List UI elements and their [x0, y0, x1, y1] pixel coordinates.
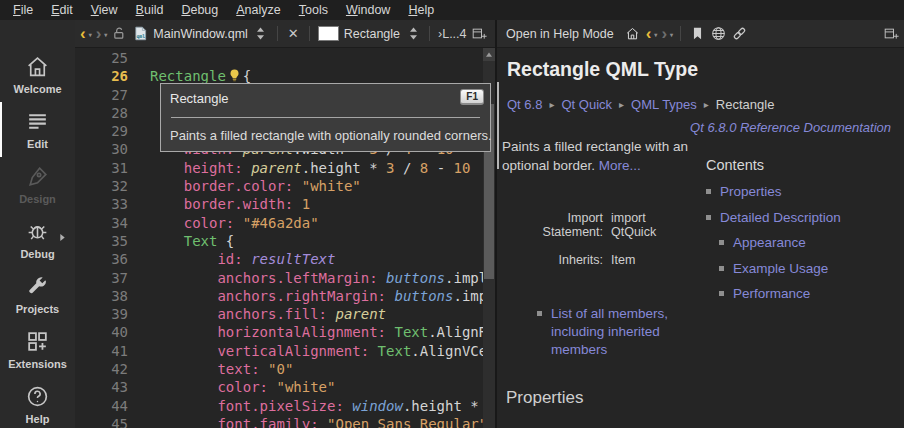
- open-in-help-mode-button[interactable]: Open in Help Mode: [506, 27, 614, 41]
- code-line[interactable]: 38 anchors.rightMargin: buttons.implicit…: [75, 287, 495, 305]
- forward-history-dropdown-icon[interactable]: ▾: [104, 27, 107, 43]
- help-back-button[interactable]: ‹▾: [646, 26, 657, 42]
- code-line[interactable]: 45 font.family: "Open Sans Regular": [75, 415, 495, 428]
- sidebar-item-design[interactable]: Design: [0, 164, 75, 207]
- reference-doc-label: Qt 6.8.0 Reference Documentation: [690, 120, 891, 135]
- scrollbar-up-arrow-icon[interactable]: [483, 48, 495, 61]
- split-help-icon[interactable]: [883, 26, 899, 42]
- sidebar-item-debug[interactable]: Debug: [0, 219, 75, 262]
- breadcrumb-qt-quick[interactable]: Qt Quick: [561, 97, 612, 112]
- breadcrumb-separator-icon: ▸: [619, 99, 624, 110]
- contents-link-appearance[interactable]: Appearance: [733, 234, 806, 251]
- document-dropdown-icon[interactable]: [253, 26, 269, 42]
- globe-icon[interactable]: [710, 26, 726, 42]
- open-document-selector[interactable]: MainWindow.qml: [153, 27, 247, 41]
- extensions-icon: [25, 329, 50, 354]
- line-number[interactable]: 27: [75, 86, 128, 104]
- line-number[interactable]: 32: [75, 177, 128, 195]
- menu-item-help[interactable]: Help: [399, 0, 443, 20]
- all-members-link[interactable]: List of all members, including inherited…: [551, 305, 712, 359]
- line-number[interactable]: 39: [75, 305, 128, 323]
- line-number[interactable]: 41: [75, 342, 128, 360]
- breadcrumb-qt-6-8[interactable]: Qt 6.8: [507, 97, 542, 112]
- bookmark-icon[interactable]: [689, 26, 705, 42]
- forward-navigation-button[interactable]: ›▾: [96, 26, 107, 42]
- menu-item-debug[interactable]: Debug: [172, 0, 227, 20]
- line-number[interactable]: 44: [75, 397, 128, 415]
- link-icon[interactable]: [731, 26, 747, 42]
- line-number[interactable]: 25: [75, 49, 128, 67]
- contents-link-properties[interactable]: Properties: [720, 183, 782, 200]
- line-number[interactable]: 30: [75, 140, 128, 158]
- help-back-dropdown-icon[interactable]: ▾: [654, 27, 657, 43]
- import-table: Import Statement:import QtQuickInherits:…: [537, 211, 675, 267]
- symbol-selector[interactable]: Rectangle: [344, 27, 400, 41]
- close-document-button[interactable]: ✕: [286, 26, 301, 41]
- code-line[interactable]: 44 font.pixelSize: window.height * 3: [75, 397, 495, 415]
- code-line[interactable]: 31 height: parent.height * 3 / 8 - 10: [75, 159, 495, 177]
- code-line[interactable]: 43 color: "white": [75, 378, 495, 396]
- menu-item-analyze[interactable]: Analyze: [227, 0, 289, 20]
- split-editor-icon[interactable]: [472, 26, 488, 42]
- line-number[interactable]: 28: [75, 104, 128, 122]
- help-viewer: Rectangle QML Type Qt 6.8▸Qt Quick▸QML T…: [497, 48, 904, 428]
- line-number[interactable]: 29: [75, 122, 128, 140]
- code-line[interactable]: 39 anchors.fill: parent: [75, 305, 495, 323]
- help-focus-line: [497, 82, 499, 169]
- help-forward-button[interactable]: ›▾: [661, 26, 672, 42]
- contents-link-example-usage[interactable]: Example Usage: [733, 260, 828, 277]
- submenu-arrow-icon[interactable]: [59, 228, 66, 237]
- help-forward-dropdown-icon[interactable]: ▾: [670, 27, 673, 43]
- menu-item-view[interactable]: View: [82, 0, 127, 20]
- code-line[interactable]: 40 horizontalAlignment: Text.AlignRight: [75, 323, 495, 341]
- sidebar-item-label: Edit: [27, 138, 48, 150]
- qml-file-icon: qml: [132, 26, 148, 42]
- import-row-value[interactable]: Item: [611, 253, 675, 267]
- home-icon[interactable]: [625, 26, 641, 42]
- menu-item-edit[interactable]: Edit: [42, 0, 82, 20]
- contents-link-performance[interactable]: Performance: [733, 285, 810, 302]
- code-line[interactable]: 34 color: "#46a2da": [75, 214, 495, 232]
- line-number[interactable]: 45: [75, 415, 128, 428]
- back-history-dropdown-icon[interactable]: ▾: [89, 27, 92, 43]
- menu-item-window[interactable]: Window: [337, 0, 399, 20]
- more-link[interactable]: More...: [599, 158, 641, 173]
- code-line[interactable]: 41 verticalAlignment: Text.AlignVCenter: [75, 342, 495, 360]
- cursor-position-label[interactable]: ›L...4: [438, 27, 467, 41]
- line-number[interactable]: 37: [75, 269, 128, 287]
- line-number[interactable]: 43: [75, 378, 128, 396]
- code-line[interactable]: 37 anchors.leftMargin: buttons.implicitW…: [75, 269, 495, 287]
- back-navigation-button[interactable]: ‹▾: [80, 26, 91, 42]
- line-number[interactable]: 33: [75, 195, 128, 213]
- menu-item-file[interactable]: File: [4, 0, 42, 20]
- symbol-dropdown-icon[interactable]: [405, 26, 421, 42]
- sidebar-item-help[interactable]: Help: [0, 384, 75, 427]
- line-number[interactable]: 31: [75, 159, 128, 177]
- code-line[interactable]: 33 border.width: 1: [75, 195, 495, 213]
- menu-item-tools[interactable]: Tools: [290, 0, 337, 20]
- sidebar-item-extensions[interactable]: Extensions: [0, 329, 75, 372]
- sidebar-item-edit[interactable]: Edit: [0, 109, 75, 152]
- line-number[interactable]: 42: [75, 360, 128, 378]
- line-number[interactable]: 26: [75, 67, 128, 85]
- code-line[interactable]: 36 id: resultText: [75, 250, 495, 268]
- lock-icon: [111, 26, 127, 42]
- code-line[interactable]: 35 Text {: [75, 232, 495, 250]
- breadcrumb-qml-types[interactable]: QML Types: [631, 97, 697, 112]
- code-line[interactable]: 32 border.color: "white": [75, 177, 495, 195]
- contents-link-detailed-description[interactable]: Detailed Description: [720, 209, 841, 226]
- menu-item-build[interactable]: Build: [127, 0, 173, 20]
- code-line[interactable]: 25: [75, 49, 495, 67]
- lightbulb-icon[interactable]: [227, 68, 242, 83]
- line-number[interactable]: 36: [75, 250, 128, 268]
- line-number[interactable]: 35: [75, 232, 128, 250]
- line-number[interactable]: 40: [75, 323, 128, 341]
- import-table-row: Inherits:Item: [537, 253, 675, 267]
- sidebar-item-welcome[interactable]: Welcome: [0, 54, 75, 97]
- type-summary: Paints a filled rectangle with an option…: [502, 137, 694, 175]
- code-line[interactable]: 42 text: "0": [75, 360, 495, 378]
- sidebar-item-projects[interactable]: Projects: [0, 274, 75, 317]
- line-number[interactable]: 38: [75, 287, 128, 305]
- menu-bar: FileEditViewBuildDebugAnalyzeToolsWindow…: [0, 0, 904, 20]
- line-number[interactable]: 34: [75, 214, 128, 232]
